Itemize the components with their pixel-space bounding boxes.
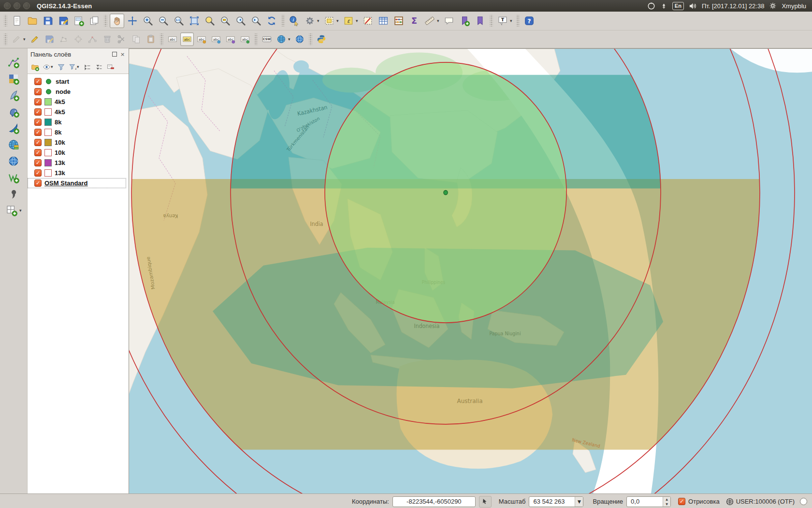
clock[interactable]: Пт. [2017.12.01] 22:38 — [702, 2, 765, 10]
node-tool[interactable] — [86, 32, 100, 46]
toolbar-handle[interactable] — [516, 15, 520, 27]
run-feature-action-dropdown[interactable]: ▾ — [317, 18, 321, 23]
window-minimize-button[interactable] — [14, 2, 20, 9]
metasearch-dropdown[interactable]: ▾ — [288, 37, 292, 42]
window-close-button[interactable] — [4, 2, 11, 9]
sync-indicator-icon[interactable] — [647, 2, 655, 10]
combo-arrow-icon[interactable]: ▼ — [575, 497, 583, 507]
layer-checkbox[interactable]: ✓ — [34, 159, 42, 166]
toolbar-handle[interactable] — [281, 15, 285, 27]
toolbar-handle[interactable] — [4, 33, 7, 45]
show-statistics[interactable]: Σ — [407, 14, 421, 28]
save-layer-edits[interactable] — [43, 32, 56, 46]
toolbar-handle[interactable] — [490, 15, 493, 27]
filter-legend-by-expression-dropdown[interactable]: ▾ — [77, 64, 81, 69]
log-messages-button[interactable] — [800, 498, 807, 505]
layer-checkbox[interactable]: ✓ — [34, 169, 42, 177]
filter-legend-by-map-content[interactable] — [55, 61, 67, 73]
new-bookmark[interactable] — [457, 14, 472, 28]
add-raster-layer[interactable] — [5, 72, 22, 86]
run-feature-action[interactable] — [303, 14, 317, 28]
new-print-composer[interactable] — [72, 14, 86, 28]
cut-features[interactable] — [115, 32, 129, 46]
scale-combobox[interactable]: 63 542 263 ▼ — [529, 496, 583, 507]
zoom-next[interactable] — [249, 14, 263, 28]
metasearch[interactable] — [275, 32, 288, 46]
manage-layer-visibility-dropdown[interactable]: ▾ — [51, 64, 55, 69]
zoom-in[interactable] — [141, 14, 155, 28]
add-mssql-layer[interactable] — [5, 121, 22, 135]
move-feature[interactable] — [72, 32, 85, 46]
web-plugin[interactable] — [293, 32, 306, 46]
measure[interactable] — [422, 14, 437, 28]
coordinates-input[interactable]: -8223544,-6050290 — [392, 496, 476, 507]
help[interactable]: ? — [522, 14, 536, 28]
layer-row-10k[interactable]: ✓10k — [28, 148, 126, 158]
session-username[interactable]: Xmypblu — [782, 2, 806, 10]
layer-labeling-options[interactable]: abc — [166, 32, 179, 46]
refresh-map[interactable] — [264, 14, 279, 28]
collapse-all[interactable] — [93, 61, 104, 73]
zoom-to-selection[interactable] — [203, 14, 217, 28]
delete-selected[interactable] — [101, 32, 114, 46]
layer-row-8k[interactable]: ✓8k — [28, 127, 126, 137]
composer-manager[interactable] — [87, 14, 102, 28]
layer-checkbox[interactable]: ✓ — [34, 139, 42, 146]
layer-checkbox[interactable]: ✓ — [34, 108, 42, 116]
layer-checkbox[interactable]: ✓ — [34, 129, 42, 136]
zoom-last[interactable] — [233, 14, 248, 28]
csw-metasearch[interactable]: CSW — [260, 32, 274, 46]
open-attribute-table[interactable] — [376, 14, 391, 28]
layer-row-4k5[interactable]: ✓4k5 — [28, 107, 126, 117]
add-postgis-layer[interactable] — [5, 105, 22, 119]
layer-row-osm-standard[interactable]: ✓OSM Standard — [28, 178, 126, 188]
map-tips[interactable] — [442, 14, 456, 28]
add-spatialite-layer[interactable] — [5, 88, 22, 103]
paste-features[interactable] — [144, 32, 158, 46]
show-bookmarks[interactable] — [473, 14, 487, 28]
layer-row-13k[interactable]: ✓13k — [28, 158, 126, 168]
select-by-expression-dropdown[interactable]: ▾ — [356, 18, 360, 23]
add-group[interactable] — [29, 61, 41, 73]
toolbar-handle[interactable] — [309, 33, 312, 45]
current-edits[interactable] — [10, 32, 23, 46]
add-wcs-layer[interactable] — [5, 154, 22, 168]
add-feature[interactable] — [57, 32, 71, 46]
save-project[interactable] — [41, 14, 55, 28]
session-gear-icon[interactable] — [769, 2, 777, 10]
layer-checkbox[interactable]: ✓ — [34, 179, 42, 187]
crs-status-button[interactable]: USER:100006 (OTF) — [726, 498, 795, 506]
toolbar-handle[interactable] — [160, 33, 163, 45]
expand-all[interactable] — [81, 61, 93, 73]
text-annotation[interactable]: T — [495, 14, 510, 28]
network-traffic-icon[interactable] — [660, 2, 667, 10]
select-by-expression[interactable]: ε — [341, 14, 356, 28]
measure-dropdown[interactable]: ▾ — [437, 18, 441, 23]
python-console[interactable] — [315, 32, 328, 46]
window-maximize-button[interactable] — [23, 2, 30, 9]
toolbar-handle[interactable] — [254, 33, 258, 45]
add-wms-layer[interactable] — [5, 137, 22, 152]
toolbar-handle[interactable] — [104, 15, 107, 27]
label-move[interactable]: abc — [224, 32, 237, 46]
add-delimited-text-layer[interactable] — [5, 187, 22, 201]
layer-row-10k[interactable]: ✓10k — [28, 137, 126, 148]
field-calculator[interactable] — [392, 14, 406, 28]
panel-float-button[interactable] — [111, 51, 117, 58]
new-project[interactable] — [10, 14, 24, 28]
spinner-arrows[interactable]: ▲▼ — [663, 497, 670, 507]
remove-layer[interactable] — [104, 61, 116, 73]
panel-close-button[interactable]: × — [119, 51, 126, 58]
layer-row-node[interactable]: ✓node — [28, 87, 126, 97]
pan-map[interactable] — [110, 14, 124, 28]
layer-checkbox[interactable]: ✓ — [34, 78, 42, 85]
label-rotate[interactable]: abc — [238, 32, 252, 46]
select-features-dropdown[interactable]: ▾ — [336, 18, 341, 23]
zoom-out[interactable] — [156, 14, 171, 28]
map-canvas[interactable]: KazakhstanO'zbekistonTürkmenistanIndiaPh… — [129, 49, 812, 493]
new-layer[interactable] — [3, 203, 20, 218]
save-project-as[interactable] — [56, 14, 71, 28]
text-annotation-dropdown[interactable]: ▾ — [510, 18, 514, 23]
render-checkbox[interactable]: ✓ Отрисовка — [678, 498, 720, 505]
toggle-editing[interactable] — [28, 32, 42, 46]
